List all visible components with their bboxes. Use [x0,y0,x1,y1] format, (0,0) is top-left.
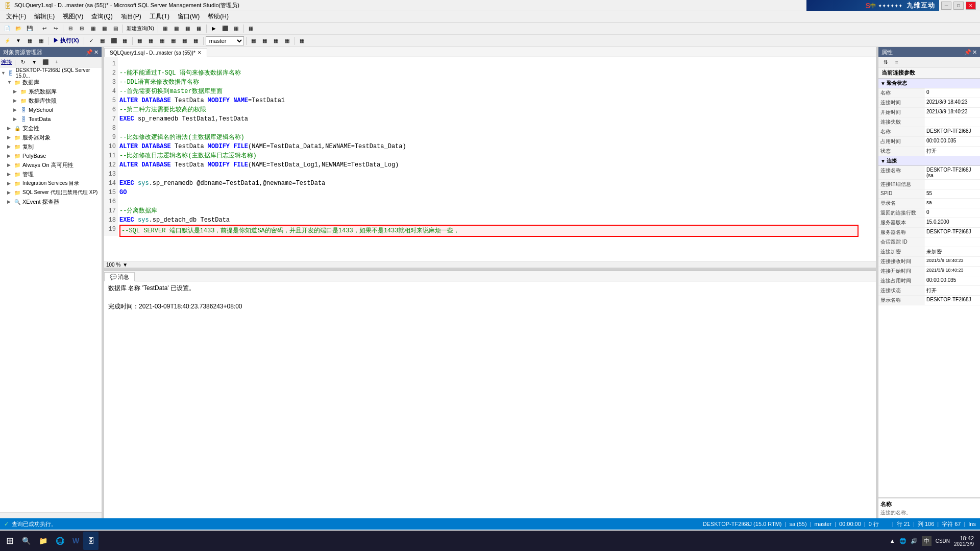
tree-item-always-on[interactable]: ▶ 📁 Always On 高可用性 [0,160,102,170]
expand-management[interactable]: ▶ [7,172,12,177]
stop-button[interactable]: ⬛ [109,36,119,46]
tree-item-replication[interactable]: ▶ 📁 复制 [0,142,102,151]
toolbar-r2-btn10[interactable]: ▦ [191,36,201,46]
oe-filter-button[interactable]: ▼ [29,57,39,67]
props-close-icon[interactable]: ✕ [972,49,977,56]
menu-help[interactable]: 帮助(H) [204,11,233,22]
toolbar-btn10[interactable]: ▶ [209,23,219,34]
menu-project[interactable]: 项目(P) [117,11,145,22]
new-query-button[interactable]: 新建查询(N) [125,23,156,34]
tree-item-management[interactable]: ▶ 📁 管理 [0,170,102,179]
expand-always-on[interactable]: ▶ [7,162,12,167]
prop-section-connection[interactable]: ▼ 连接 [878,156,980,166]
toolbar-r2-btn14[interactable]: ▦ [282,36,292,46]
props-sort-button[interactable]: ⇅ [880,57,891,67]
menu-query[interactable]: 查询(Q) [87,11,116,22]
toolbar-r2-btn9[interactable]: ▦ [180,36,190,46]
toolbar-btn9[interactable]: ▦ [194,23,204,34]
toolbar-r2-btn3[interactable]: ▦ [36,36,46,46]
menu-edit[interactable]: 编辑(E) [30,11,59,22]
tab-close-button[interactable]: ✕ [198,50,202,55]
expand-xevent[interactable]: ▶ [7,199,12,204]
browser-button[interactable]: 🌐 [52,532,68,550]
connect-button[interactable]: ⚡ [2,36,12,46]
save-button[interactable]: 💾 [24,23,35,34]
oe-pin-icon[interactable]: 📌 [86,49,93,56]
tree-item-myschool[interactable]: ▶ 🗄 MySchool [0,105,102,114]
tree-item-polybase[interactable]: ▶ 📁 PolyBase [0,151,102,160]
toolbar-btn8[interactable]: ▦ [183,23,193,34]
debug-button[interactable]: ✓ [86,36,96,46]
database-dropdown[interactable]: master TestData MySchool [206,36,244,45]
undo-button[interactable]: ↩ [39,23,50,34]
parse-button[interactable]: ▦ [97,36,108,46]
tree-item-xevent[interactable]: ▶ 🔍 XEvent 探查器 [0,197,102,206]
expand-sys-db[interactable]: ▶ [13,89,18,94]
tree-item-sql-agent[interactable]: ▶ 📁 SQL Server 代理(已禁用代理 XP) [0,188,102,197]
expand-server[interactable]: ▼ [1,70,6,76]
window-minimize-button[interactable]: ─ [941,2,951,10]
ssms-taskbar-button[interactable]: 🗄 [83,532,99,550]
tray-lang[interactable]: 中 [922,536,932,546]
toolbar-r2-btn5[interactable]: ▦ [135,36,145,46]
tree-item-databases[interactable]: ▼ 📁 数据库 [0,78,102,87]
tab-sqlquery1[interactable]: SQLQuery1.sql - D...master (sa (55))* ✕ [104,48,207,57]
toolbar-r2-btn6[interactable]: ▦ [146,36,156,46]
menu-window[interactable]: 窗口(W) [174,11,204,22]
toolbar-btn5[interactable]: ▤ [110,23,120,34]
toolbar-r2-btn2[interactable]: ▦ [24,36,35,46]
tree-item-sys-db[interactable]: ▶ 📁 系统数据库 [0,87,102,96]
toolbar-btn4[interactable]: ▦ [99,23,109,34]
toolbar-r2-btn8[interactable]: ▦ [168,36,179,46]
expand-databases[interactable]: ▼ [7,80,12,85]
tree-item-server-objects[interactable]: ▶ 📁 服务器对象 [0,133,102,142]
oe-close-icon[interactable]: ✕ [94,49,99,56]
window-maximize-button[interactable]: □ [953,2,964,10]
toolbar-btn6[interactable]: ▦ [160,23,170,34]
expand-polybase[interactable]: ▶ [7,153,12,158]
tree-item-server[interactable]: ▼ 🗄 DESKTOP-TF2I68J (SQL Server 15.0... [0,68,102,78]
toolbar-r2-btn11[interactable]: ▦ [249,36,259,46]
props-category-button[interactable]: ≡ [892,57,902,67]
file-explorer-button[interactable]: 📁 [35,532,52,550]
tray-sound-icon[interactable]: 🔊 [911,538,918,544]
prop-section-aggregate[interactable]: ▼ 聚合状态 [878,79,980,88]
start-button[interactable]: ⊞ [2,532,18,550]
oe-hscroll[interactable] [0,512,102,518]
tree-item-snapshots[interactable]: ▶ 📁 数据库快照 [0,96,102,105]
toolbar-r2-btn7[interactable]: ▦ [157,36,167,46]
zoom-down-icon[interactable]: ▼ [122,262,128,268]
oe-connect-label[interactable]: 连接 [1,58,12,66]
props-pin-icon[interactable]: 📌 [964,49,971,56]
redo-button[interactable]: ↪ [51,23,61,34]
toolbar-r2-btn1[interactable]: ▼ [13,36,23,46]
tray-up-icon[interactable]: ▲ [890,538,895,544]
toolbar-r2-btn15[interactable]: ▦ [297,36,307,46]
toolbar-btn12[interactable]: ▦ [231,23,241,34]
execute-button[interactable]: ▶ 执行(X) [51,36,82,45]
toolbar-r2-btn13[interactable]: ▦ [271,36,281,46]
expand-server-objects[interactable]: ▶ [7,135,12,140]
tree-item-security[interactable]: ▶ 🔒 安全性 [0,124,102,133]
expand-integration-services[interactable]: ▶ [7,181,12,186]
search-button[interactable]: 🔍 [18,532,35,550]
expand-testdata[interactable]: ▶ [13,116,18,122]
oe-refresh-button[interactable]: ↻ [18,57,28,67]
toolbar-btn11[interactable]: ⬛ [220,23,230,34]
expand-replication[interactable]: ▶ [7,144,12,149]
toolbar-r2-btn4[interactable]: ▦ [120,36,130,46]
oe-stop-button[interactable]: ⬛ [40,57,51,67]
toolbar-btn7[interactable]: ▦ [172,23,182,34]
toolbar-btn3[interactable]: ▦ [88,23,98,34]
tray-clock[interactable]: 18:42 2021/3/9 [954,535,974,547]
expand-snapshots[interactable]: ▶ [13,98,18,103]
sql-editor[interactable]: 1 2 3 4 5 6 7 8 9 10 11 12 13 14 15 16 1… [104,57,876,261]
toolbar-r2-btn12[interactable]: ▦ [260,36,270,46]
tray-network-icon[interactable]: 🌐 [899,538,906,544]
expand-security[interactable]: ▶ [7,126,12,131]
expand-sql-agent[interactable]: ▶ [7,190,12,195]
editor-content[interactable]: --能不能通过T-SQL 语句来修改数据库名称 --DDL语言来修改数据库名称 … [104,57,876,257]
open-button[interactable]: 📂 [13,23,23,34]
tab-messages[interactable]: 💬 消息 [104,272,135,281]
toolbar-btn2[interactable]: ⊟ [77,23,87,34]
